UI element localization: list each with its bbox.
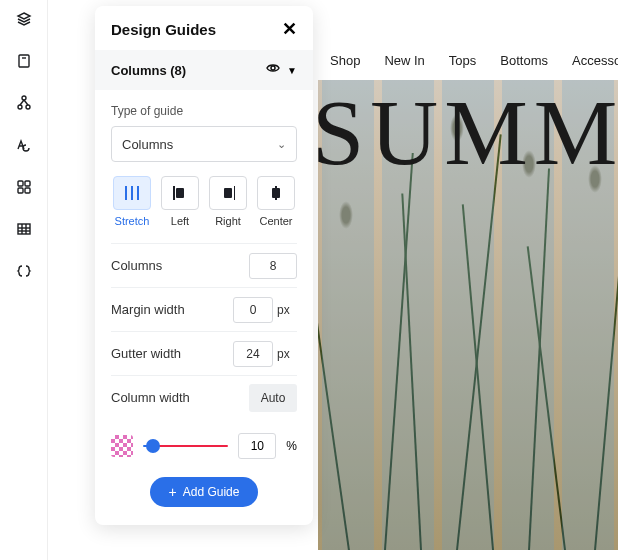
nav-tops[interactable]: Tops: [449, 53, 476, 68]
chevron-down-icon: ⌄: [277, 138, 286, 151]
align-center[interactable]: Center: [255, 176, 297, 227]
svg-rect-1: [19, 55, 29, 67]
svg-rect-11: [25, 188, 30, 193]
margin-input[interactable]: [233, 297, 273, 323]
svg-line-7: [24, 100, 28, 105]
opacity-slider[interactable]: [143, 445, 228, 447]
site-preview: Shop New In Tops Bottoms Accesso SUMM: [318, 40, 618, 550]
tool-rail: [0, 0, 48, 560]
opacity-unit: %: [286, 439, 297, 453]
color-swatch[interactable]: [111, 435, 133, 457]
opacity-row: %: [111, 433, 297, 459]
svg-line-6: [20, 100, 24, 105]
connections-icon[interactable]: [15, 94, 33, 112]
columns-row: Columns: [111, 243, 297, 287]
gutter-row: Gutter width px: [111, 331, 297, 375]
typography-icon[interactable]: [15, 136, 33, 154]
svg-rect-10: [18, 188, 23, 193]
nav-bottoms[interactable]: Bottoms: [500, 53, 548, 68]
guide-type-value: Columns: [122, 137, 173, 152]
gutter-input[interactable]: [233, 341, 273, 367]
svg-point-4: [18, 105, 22, 109]
design-guides-panel: Design Guides ✕ Columns (8) ▼ Type of gu…: [95, 6, 313, 525]
add-guide-button[interactable]: + Add Guide: [150, 477, 258, 507]
gutter-unit: px: [277, 347, 297, 361]
svg-rect-12: [18, 224, 30, 234]
layers-icon[interactable]: [15, 10, 33, 28]
svg-rect-8: [18, 181, 23, 186]
alignment-options: Stretch Left Right Center: [111, 176, 297, 227]
section-header[interactable]: Columns (8) ▼: [95, 50, 313, 90]
nav-accessories[interactable]: Accesso: [572, 53, 618, 68]
column-width-row: Column width Auto: [111, 375, 297, 419]
section-label: Columns (8): [111, 63, 186, 78]
columns-input[interactable]: [249, 253, 297, 279]
margin-row: Margin width px: [111, 287, 297, 331]
pages-icon[interactable]: [15, 52, 33, 70]
svg-point-5: [26, 105, 30, 109]
slider-thumb[interactable]: [146, 439, 160, 453]
hero-heading: SUMM: [318, 78, 618, 186]
margin-label: Margin width: [111, 302, 185, 317]
site-nav: Shop New In Tops Bottoms Accesso: [318, 40, 618, 80]
gutter-label: Gutter width: [111, 346, 181, 361]
nav-new-in[interactable]: New In: [384, 53, 424, 68]
opacity-input[interactable]: [238, 433, 276, 459]
code-icon[interactable]: [15, 262, 33, 280]
visibility-icon[interactable]: [265, 60, 281, 80]
type-of-guide-label: Type of guide: [111, 104, 297, 118]
svg-point-3: [22, 96, 26, 100]
panel-title: Design Guides: [111, 21, 216, 38]
svg-point-17: [271, 66, 275, 70]
nav-shop[interactable]: Shop: [330, 53, 360, 68]
align-stretch[interactable]: Stretch: [111, 176, 153, 227]
column-width-value[interactable]: Auto: [249, 384, 297, 412]
caret-down-icon[interactable]: ▼: [287, 65, 297, 76]
plus-icon: +: [169, 485, 177, 499]
svg-rect-9: [25, 181, 30, 186]
align-left[interactable]: Left: [159, 176, 201, 227]
columns-label: Columns: [111, 258, 162, 273]
svg-marker-0: [18, 13, 30, 19]
close-icon[interactable]: ✕: [282, 20, 297, 38]
apps-icon[interactable]: [15, 178, 33, 196]
align-right[interactable]: Right: [207, 176, 249, 227]
margin-unit: px: [277, 303, 297, 317]
column-width-label: Column width: [111, 390, 190, 405]
guide-type-select[interactable]: Columns ⌄: [111, 126, 297, 162]
table-icon[interactable]: [15, 220, 33, 238]
